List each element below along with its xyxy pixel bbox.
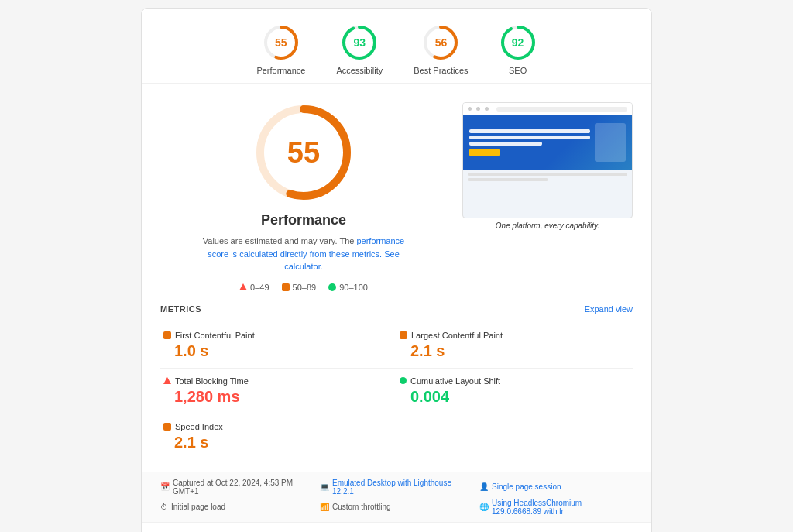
info-session-link[interactable]: Single page session (492, 482, 561, 491)
metric-si: Speed Index 2.1 s (160, 414, 396, 459)
metric-si-label: Speed Index (175, 422, 223, 431)
nav-dot-3 (485, 107, 489, 111)
main-card: 55 Performance 93 Accessibility (141, 8, 652, 532)
info-browser: 🌐 Using HeadlessChromium 129.0.6668.89 w… (479, 499, 633, 516)
score-value-seo: 92 (512, 36, 524, 49)
score-circle-best-practices: 56 (422, 24, 459, 61)
info-emulated-link[interactable]: Emulated Desktop with Lighthouse 12.2.1 (332, 479, 473, 496)
metric-cls-value: 0.004 (400, 388, 630, 406)
body-line-2 (468, 178, 548, 181)
scores-row: 55 Performance 93 Accessibility (142, 9, 651, 84)
hero-line-3 (469, 142, 542, 146)
score-circle-accessibility: 93 (341, 24, 378, 61)
score-label-accessibility: Accessibility (336, 66, 383, 75)
perf-score-link[interactable]: performance score is calculated directly… (208, 236, 404, 259)
screenshot-nav-bar (463, 103, 632, 115)
perf-description: Values are estimated and may vary. The p… (195, 235, 412, 273)
legend-average: 50–89 (282, 283, 317, 292)
lcp-icon (400, 331, 407, 339)
metric-si-value: 2.1 s (163, 434, 393, 451)
score-circle-performance: 55 (263, 24, 300, 61)
metric-tbt-label-row: Total Blocking Time (163, 376, 393, 386)
score-performance: 55 Performance (256, 24, 305, 75)
metric-lcp-value: 2.1 s (400, 342, 630, 360)
score-value-accessibility: 93 (354, 36, 366, 49)
fcp-icon (163, 331, 171, 339)
metric-tbt-value: 1,280 ms (163, 388, 393, 406)
expand-view-button[interactable]: Expand view (585, 304, 633, 314)
metric-fcp-value: 1.0 s (163, 342, 393, 360)
hero-image-placeholder (595, 123, 626, 162)
info-initial-load: ⏱ Initial page load (160, 499, 314, 516)
metric-si-label-row: Speed Index (163, 422, 393, 431)
info-session: 👤 Single page session (479, 479, 633, 496)
metric-cls-label: Cumulative Layout Shift (410, 376, 500, 386)
score-seo: 92 SEO (499, 24, 537, 75)
nav-dot-1 (468, 107, 472, 111)
metric-fcp-label: First Contentful Paint (175, 331, 255, 340)
metric-tbt: Total Blocking Time 1,280 ms (160, 369, 396, 414)
calendar-icon: 📅 (160, 482, 170, 491)
metric-lcp-label-row: Largest Contentful Paint (400, 331, 630, 340)
info-browser-link[interactable]: Using HeadlessChromium 129.0.6668.89 wit… (492, 499, 633, 516)
screenshot-panel: One platform, every capability. (462, 102, 633, 292)
globe-icon: 🌐 (479, 503, 489, 511)
big-score-circle: 55 (253, 102, 354, 203)
legend-fail: 0–49 (239, 283, 269, 292)
metric-tbt-label: Total Blocking Time (175, 376, 249, 386)
info-throttling: 📶 Custom throttling (320, 499, 473, 516)
info-initial-text: Initial page load (171, 503, 225, 511)
score-accessibility: 93 Accessibility (336, 24, 383, 75)
legend-fail-label: 0–49 (250, 283, 269, 292)
info-bar: 📅 Captured at Oct 22, 2024, 4:53 PM GMT+… (142, 472, 651, 522)
screenshot-body (463, 170, 632, 187)
body-line-1 (468, 173, 627, 176)
desktop-icon: 💻 (320, 482, 329, 491)
screenshot-caption: One platform, every capability. (462, 221, 633, 230)
info-emulated: 💻 Emulated Desktop with Lighthouse 12.2.… (320, 479, 473, 496)
score-best-practices: 56 Best Practices (414, 24, 468, 75)
legend-triangle-icon (239, 283, 247, 290)
big-score-value: 55 (287, 136, 320, 170)
score-label-seo: SEO (509, 66, 527, 75)
score-value-best-practices: 56 (435, 36, 448, 49)
timer-icon: ⏱ (160, 503, 168, 511)
score-label-performance: Performance (256, 66, 305, 75)
legend-square-icon (282, 283, 290, 291)
main-content: 55 Performance Values are estimated and … (142, 84, 651, 304)
wifi-icon: 📶 (320, 503, 329, 511)
score-label-best-practices: Best Practices (414, 66, 468, 75)
score-circle-seo: 92 (499, 24, 537, 61)
cls-icon (400, 377, 407, 384)
legend-pass-label: 90–100 (339, 283, 368, 292)
screenshot-image (462, 102, 633, 218)
si-icon (163, 423, 171, 431)
nav-dot-2 (476, 107, 480, 111)
metrics-grid: First Contentful Paint 1.0 s Largest Con… (160, 323, 633, 459)
metric-cls: Cumulative Layout Shift 0.004 (396, 369, 633, 414)
hero-cta-button (469, 149, 500, 156)
metric-lcp-label: Largest Contentful Paint (411, 331, 503, 340)
metric-fcp: First Contentful Paint 1.0 s (160, 323, 396, 369)
big-score-label: Performance (261, 212, 346, 228)
info-captured: 📅 Captured at Oct 22, 2024, 4:53 PM GMT+… (160, 479, 314, 496)
screenshot-hero (463, 115, 632, 170)
metrics-header: METRICS Expand view (160, 304, 633, 314)
info-captured-text: Captured at Oct 22, 2024, 4:53 PM GMT+1 (173, 479, 314, 496)
hero-text-area (469, 129, 590, 156)
score-legend: 0–49 50–89 90–100 (239, 283, 368, 292)
metric-cls-label-row: Cumulative Layout Shift (400, 376, 630, 386)
metric-fcp-label-row: First Contentful Paint (163, 331, 393, 340)
nav-address-bar (496, 107, 627, 112)
tbt-icon (163, 377, 171, 384)
metrics-section-title: METRICS (160, 304, 201, 314)
legend-dot-icon (328, 283, 336, 291)
treemap-row: ▦ View Treemap (142, 522, 651, 533)
metrics-section: METRICS Expand view First Contentful Pai… (142, 304, 651, 472)
score-value-performance: 55 (275, 36, 287, 49)
legend-pass: 90–100 (328, 283, 368, 292)
legend-average-label: 50–89 (293, 283, 317, 292)
user-icon: 👤 (479, 482, 489, 491)
info-throttling-text: Custom throttling (332, 503, 391, 511)
hero-line-1 (469, 129, 590, 133)
